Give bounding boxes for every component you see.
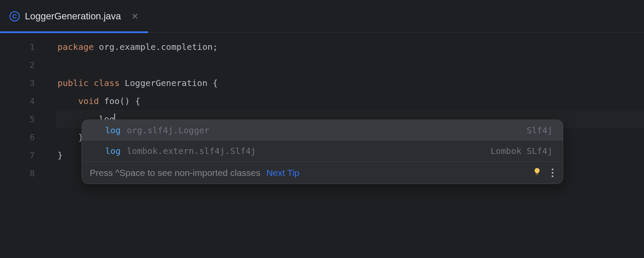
gutter: 1 2 3 4 5 6 7 8 <box>0 33 56 258</box>
code-line <box>56 56 644 74</box>
code-line: void foo() { <box>56 92 644 110</box>
code-area[interactable]: package org.example.completion; public c… <box>56 33 644 258</box>
code-line: package org.example.completion; <box>56 38 644 56</box>
completion-item[interactable]: log lombok.extern.slf4j.Slf4j Lombok SLf… <box>82 141 563 161</box>
close-icon[interactable]: ✕ <box>131 11 139 22</box>
code-line: public class LoggerGeneration { <box>56 74 644 92</box>
completion-origin: Slf4j <box>527 125 553 135</box>
tab-title: LoggerGeneration.java <box>25 11 121 22</box>
completion-footer: Press ^Space to see non-imported classes… <box>82 161 563 184</box>
completion-origin: Lombok SLf4j <box>491 146 553 156</box>
line-number: 4 <box>0 92 55 110</box>
line-number: 5 <box>0 110 55 128</box>
completion-name: log <box>105 125 121 135</box>
line-number: 6 <box>0 128 55 146</box>
file-tab[interactable]: C LoggerGeneration.java ✕ <box>0 0 148 33</box>
class-icon: C <box>9 11 20 22</box>
completion-type: lombok.extern.slf4j.Slf4j <box>127 146 256 156</box>
completion-hint: Press ^Space to see non-imported classes <box>90 168 260 178</box>
line-number: 7 <box>0 146 55 164</box>
lightbulb-icon[interactable] <box>533 167 541 178</box>
completion-type: org.slf4j.Logger <box>127 125 210 135</box>
more-icon[interactable] <box>550 167 555 179</box>
line-number: 1 <box>0 38 55 56</box>
completion-item[interactable]: log org.slf4j.Logger Slf4j <box>82 120 563 141</box>
line-number: 3 <box>0 74 55 92</box>
line-number: 8 <box>0 164 55 182</box>
completion-name: log <box>105 146 121 156</box>
completion-popup: log org.slf4j.Logger Slf4j log lombok.ex… <box>82 120 563 184</box>
next-tip-link[interactable]: Next Tip <box>266 168 299 178</box>
editor: 1 2 3 4 5 6 7 8 package org.example.comp… <box>0 33 644 258</box>
tab-bar: C LoggerGeneration.java ✕ <box>0 0 644 33</box>
line-number: 2 <box>0 56 55 74</box>
